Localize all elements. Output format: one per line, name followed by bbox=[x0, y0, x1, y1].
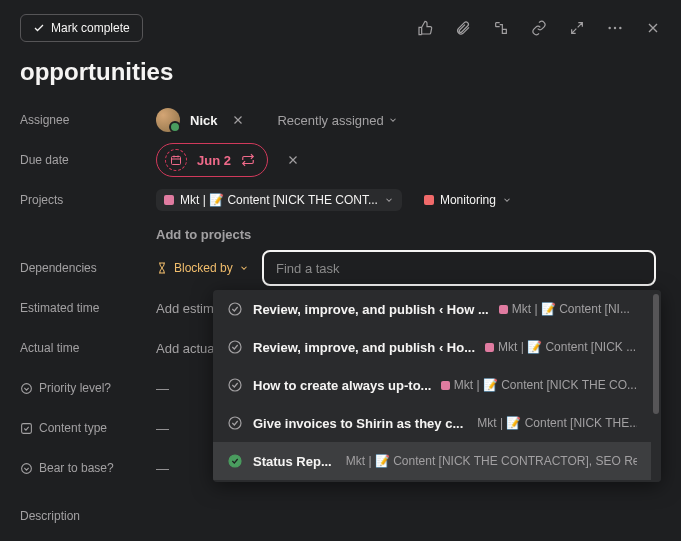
dropdown-field-icon bbox=[20, 462, 33, 475]
task-suggestion[interactable]: How to create always up-to...Mkt | 📝 Con… bbox=[213, 366, 651, 404]
task-suggestion[interactable]: Give invoices to Shirin as they c...Mkt … bbox=[213, 404, 651, 442]
dependencies-label: Dependencies bbox=[20, 261, 156, 275]
bear-to-base-value[interactable]: — bbox=[156, 461, 169, 476]
chevron-down-icon bbox=[384, 195, 394, 205]
calendar-icon bbox=[165, 149, 187, 171]
task-suggestion[interactable]: Review, improve, and publish ‹ Ho...Mkt … bbox=[213, 328, 651, 366]
priority-value[interactable]: — bbox=[156, 381, 169, 396]
svg-point-6 bbox=[22, 463, 32, 473]
expand-icon[interactable] bbox=[569, 20, 585, 36]
svg-point-11 bbox=[229, 455, 241, 467]
project-pill-label: Monitoring bbox=[440, 193, 496, 207]
multiselect-field-icon bbox=[20, 422, 33, 435]
svg-point-2 bbox=[619, 27, 621, 29]
task-title[interactable]: opportunities bbox=[0, 52, 681, 100]
remove-assignee-icon[interactable] bbox=[231, 113, 245, 127]
project-pill-content[interactable]: Mkt | 📝 Content [NICK THE CONT... bbox=[156, 189, 402, 211]
project-color-icon bbox=[424, 195, 434, 205]
svg-point-10 bbox=[229, 417, 241, 429]
project-pill-label: Mkt | 📝 Content [NICK THE CONT... bbox=[180, 193, 378, 207]
content-type-label: Content type bbox=[20, 421, 156, 435]
suggestion-project: Mkt | 📝 Content [NI... bbox=[499, 302, 637, 316]
estimated-time-label: Estimated time bbox=[20, 301, 156, 315]
repeat-icon bbox=[241, 153, 255, 167]
more-icon[interactable] bbox=[607, 26, 623, 30]
suggestion-project: Mkt | 📝 Content [NICK ... bbox=[485, 340, 637, 354]
check-circle-icon bbox=[227, 453, 243, 469]
find-task-input[interactable] bbox=[262, 250, 656, 286]
check-icon bbox=[33, 22, 45, 34]
recently-assigned-label: Recently assigned bbox=[277, 113, 383, 128]
task-suggestion[interactable]: Review, improve, and publish ‹ How ...Mk… bbox=[213, 290, 651, 328]
blocked-by-label: Blocked by bbox=[174, 261, 233, 275]
actual-time-label: Actual time bbox=[20, 341, 156, 355]
assignee-name[interactable]: Nick bbox=[190, 113, 217, 128]
check-circle-icon bbox=[227, 377, 243, 393]
dropdown-field-icon bbox=[20, 382, 33, 395]
suggestion-project: Mkt | 📝 Content [NICK THE CO... bbox=[441, 378, 637, 392]
svg-rect-5 bbox=[22, 423, 32, 433]
recently-assigned-dropdown[interactable]: Recently assigned bbox=[277, 113, 397, 128]
projects-label: Projects bbox=[20, 193, 156, 207]
svg-rect-3 bbox=[172, 157, 181, 165]
project-color-icon bbox=[164, 195, 174, 205]
check-circle-icon bbox=[227, 339, 243, 355]
svg-point-9 bbox=[229, 379, 241, 391]
due-date-pill[interactable]: Jun 2 bbox=[156, 143, 268, 177]
chevron-down-icon bbox=[239, 263, 249, 273]
suggestion-title: Status Rep... bbox=[253, 454, 332, 469]
task-suggestion[interactable]: Status Rep...Mkt | 📝 Content [NICK THE C… bbox=[213, 442, 651, 480]
attachment-icon[interactable] bbox=[455, 20, 471, 36]
due-date-value: Jun 2 bbox=[197, 153, 231, 168]
chevron-down-icon bbox=[388, 115, 398, 125]
svg-point-7 bbox=[229, 303, 241, 315]
svg-point-4 bbox=[22, 383, 32, 393]
suggestion-title: Give invoices to Shirin as they c... bbox=[253, 416, 463, 431]
suggestion-title: Review, improve, and publish ‹ How ... bbox=[253, 302, 489, 317]
project-pill-monitoring[interactable]: Monitoring bbox=[416, 189, 520, 211]
link-icon[interactable] bbox=[531, 20, 547, 36]
assignee-label: Assignee bbox=[20, 113, 156, 127]
scroll-thumb[interactable] bbox=[653, 294, 659, 414]
suggestion-title: Review, improve, and publish ‹ Ho... bbox=[253, 340, 475, 355]
description-label: Description bbox=[20, 509, 156, 523]
svg-point-8 bbox=[229, 341, 241, 353]
mark-complete-label: Mark complete bbox=[51, 21, 130, 35]
check-circle-icon bbox=[227, 301, 243, 317]
check-circle-icon bbox=[227, 415, 243, 431]
content-type-value[interactable]: — bbox=[156, 421, 169, 436]
avatar[interactable] bbox=[156, 108, 180, 132]
suggestion-project: Mkt | 📝 Content [NICK THE... bbox=[473, 416, 637, 430]
bear-to-base-label: Bear to base? bbox=[20, 461, 156, 475]
add-to-projects-link[interactable]: Add to projects bbox=[156, 227, 251, 242]
svg-point-0 bbox=[608, 27, 610, 29]
suggestion-project: Mkt | 📝 Content [NICK THE CONTRACTOR], S… bbox=[342, 454, 637, 468]
priority-level-label: Priority level? bbox=[20, 381, 156, 395]
chevron-down-icon bbox=[502, 195, 512, 205]
scrollbar[interactable] bbox=[651, 290, 661, 482]
blocked-by-dropdown[interactable]: Blocked by bbox=[156, 261, 249, 275]
clear-due-date-icon[interactable] bbox=[286, 153, 300, 167]
mark-complete-button[interactable]: Mark complete bbox=[20, 14, 143, 42]
subtask-icon[interactable] bbox=[493, 20, 509, 36]
svg-point-1 bbox=[614, 27, 616, 29]
close-icon[interactable] bbox=[645, 20, 661, 36]
suggestion-title: How to create always up-to... bbox=[253, 378, 431, 393]
task-search-dropdown: Review, improve, and publish ‹ How ...Mk… bbox=[213, 290, 661, 482]
like-icon[interactable] bbox=[417, 20, 433, 36]
due-date-label: Due date bbox=[20, 153, 156, 167]
hourglass-icon bbox=[156, 262, 168, 274]
